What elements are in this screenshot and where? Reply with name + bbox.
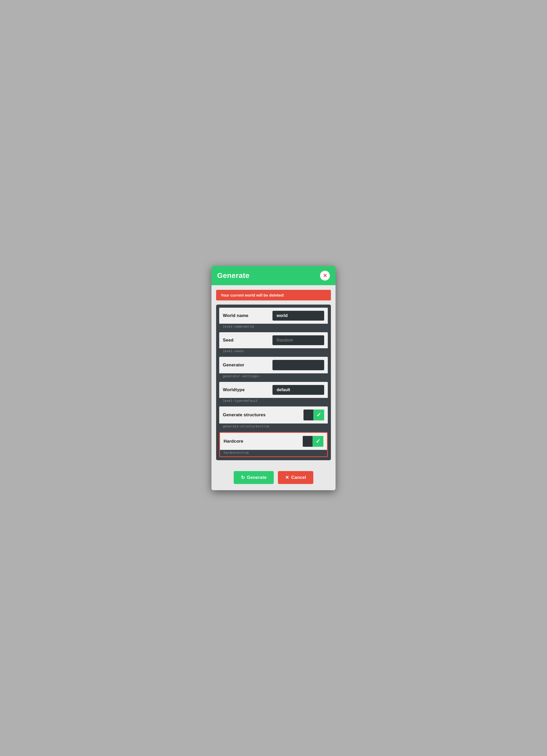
generator-input[interactable] — [272, 360, 324, 370]
modal-container: Generate ✕ Your current world will be de… — [211, 266, 336, 490]
toggle-off-area — [303, 410, 313, 420]
modal-footer: ↻ Generate ✕ Cancel — [211, 466, 336, 490]
cancel-button[interactable]: ✕ Cancel — [278, 471, 313, 484]
seed-field: Seed level-seed= — [219, 332, 328, 355]
close-icon: ✕ — [323, 273, 327, 278]
modal-body: Your current world will be deleted! Worl… — [211, 285, 336, 466]
toggle-off-area-hardcore — [303, 436, 313, 447]
seed-label: Seed — [223, 338, 233, 343]
generator-row: Generator — [219, 357, 328, 373]
seed-input[interactable] — [272, 335, 324, 345]
hardcore-label: Hardcore — [224, 439, 243, 444]
seed-row: Seed — [219, 332, 328, 348]
seed-hint: level-seed= — [219, 348, 328, 355]
hardcore-toggle[interactable]: ✓ — [303, 436, 323, 447]
world-name-input[interactable] — [272, 311, 324, 321]
generate-icon: ↻ — [241, 475, 245, 480]
hardcore-hint: hardcore=true — [220, 450, 327, 456]
world-name-row: World name — [219, 308, 328, 324]
world-name-label: World name — [223, 313, 248, 318]
hardcore-field: Hardcore ✓ hardcore=true — [219, 432, 328, 457]
generate-structures-label: Generate structures — [223, 412, 265, 418]
generate-structures-row: Generate structures ✓ — [219, 406, 328, 424]
worldtype-input[interactable] — [272, 385, 324, 395]
cancel-button-label: Cancel — [291, 475, 306, 480]
checkmark-icon-hardcore: ✓ — [316, 438, 320, 445]
generate-structures-hint: generate-structures=true — [219, 424, 328, 430]
modal-title: Generate — [217, 271, 249, 280]
world-name-field: World name level-name=world — [219, 308, 328, 330]
generate-button[interactable]: ↻ Generate — [234, 471, 274, 484]
generate-button-label: Generate — [247, 475, 267, 480]
worldtype-hint: level-type=default — [219, 398, 328, 404]
toggle-on-area: ✓ — [313, 410, 324, 420]
world-name-hint: level-name=world — [219, 324, 328, 330]
hardcore-row: Hardcore ✓ — [220, 433, 327, 450]
generate-structures-field: Generate structures ✓ generate-structure… — [219, 406, 328, 430]
modal-header: Generate ✕ — [211, 266, 336, 285]
generator-label: Generator — [223, 362, 244, 368]
checkmark-icon: ✓ — [316, 412, 321, 418]
worldtype-row: Worldtype — [219, 382, 328, 398]
warning-banner: Your current world will be deleted! — [216, 290, 331, 300]
toggle-on-area-hardcore: ✓ — [313, 436, 323, 447]
generate-structures-toggle[interactable]: ✓ — [303, 410, 324, 420]
cancel-icon: ✕ — [285, 475, 289, 480]
close-button[interactable]: ✕ — [320, 271, 330, 281]
generator-hint: generator-settings= — [219, 373, 328, 380]
fields-container: World name level-name=world Seed level-s… — [216, 305, 331, 460]
worldtype-label: Worldtype — [223, 387, 245, 392]
generator-field: Generator generator-settings= — [219, 357, 328, 380]
worldtype-field: Worldtype level-type=default — [219, 382, 328, 404]
